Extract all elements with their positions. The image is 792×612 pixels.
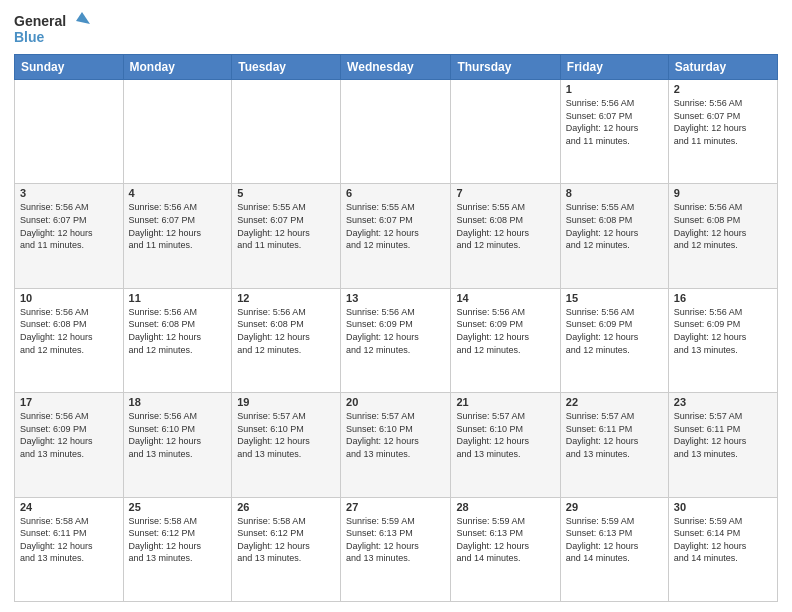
day-number: 15 [566, 292, 663, 304]
day-number: 30 [674, 501, 772, 513]
day-number: 25 [129, 501, 227, 513]
day-info: Sunrise: 5:55 AM Sunset: 6:08 PM Dayligh… [566, 201, 663, 251]
calendar-cell: 9Sunrise: 5:56 AM Sunset: 6:08 PM Daylig… [668, 184, 777, 288]
day-info: Sunrise: 5:56 AM Sunset: 6:07 PM Dayligh… [129, 201, 227, 251]
day-info: Sunrise: 5:55 AM Sunset: 6:07 PM Dayligh… [346, 201, 445, 251]
day-number: 26 [237, 501, 335, 513]
calendar-cell: 26Sunrise: 5:58 AM Sunset: 6:12 PM Dayli… [232, 497, 341, 601]
day-number: 3 [20, 187, 118, 199]
calendar-day-header: Sunday [15, 55, 124, 80]
day-number: 12 [237, 292, 335, 304]
day-number: 5 [237, 187, 335, 199]
calendar-cell: 18Sunrise: 5:56 AM Sunset: 6:10 PM Dayli… [123, 393, 232, 497]
day-number: 4 [129, 187, 227, 199]
calendar-day-header: Friday [560, 55, 668, 80]
day-info: Sunrise: 5:56 AM Sunset: 6:09 PM Dayligh… [20, 410, 118, 460]
calendar-day-header: Saturday [668, 55, 777, 80]
day-info: Sunrise: 5:56 AM Sunset: 6:08 PM Dayligh… [674, 201, 772, 251]
calendar-cell: 13Sunrise: 5:56 AM Sunset: 6:09 PM Dayli… [341, 288, 451, 392]
day-info: Sunrise: 5:56 AM Sunset: 6:10 PM Dayligh… [129, 410, 227, 460]
calendar-week-row: 3Sunrise: 5:56 AM Sunset: 6:07 PM Daylig… [15, 184, 778, 288]
calendar-cell: 16Sunrise: 5:56 AM Sunset: 6:09 PM Dayli… [668, 288, 777, 392]
calendar-table: SundayMondayTuesdayWednesdayThursdayFrid… [14, 54, 778, 602]
calendar-cell: 8Sunrise: 5:55 AM Sunset: 6:08 PM Daylig… [560, 184, 668, 288]
header: General Blue [14, 10, 778, 48]
day-number: 7 [456, 187, 554, 199]
day-number: 22 [566, 396, 663, 408]
calendar-cell: 4Sunrise: 5:56 AM Sunset: 6:07 PM Daylig… [123, 184, 232, 288]
day-info: Sunrise: 5:56 AM Sunset: 6:08 PM Dayligh… [129, 306, 227, 356]
calendar-day-header: Monday [123, 55, 232, 80]
calendar-day-header: Tuesday [232, 55, 341, 80]
day-info: Sunrise: 5:57 AM Sunset: 6:11 PM Dayligh… [674, 410, 772, 460]
calendar-cell [15, 80, 124, 184]
day-info: Sunrise: 5:56 AM Sunset: 6:08 PM Dayligh… [237, 306, 335, 356]
day-info: Sunrise: 5:57 AM Sunset: 6:10 PM Dayligh… [456, 410, 554, 460]
day-number: 1 [566, 83, 663, 95]
day-number: 9 [674, 187, 772, 199]
day-info: Sunrise: 5:58 AM Sunset: 6:12 PM Dayligh… [129, 515, 227, 565]
svg-marker-2 [76, 12, 90, 24]
calendar-cell: 19Sunrise: 5:57 AM Sunset: 6:10 PM Dayli… [232, 393, 341, 497]
calendar-day-header: Thursday [451, 55, 560, 80]
calendar-cell: 6Sunrise: 5:55 AM Sunset: 6:07 PM Daylig… [341, 184, 451, 288]
calendar-cell [123, 80, 232, 184]
calendar-week-row: 10Sunrise: 5:56 AM Sunset: 6:08 PM Dayli… [15, 288, 778, 392]
calendar-cell: 12Sunrise: 5:56 AM Sunset: 6:08 PM Dayli… [232, 288, 341, 392]
calendar-cell [451, 80, 560, 184]
page: General Blue SundayMondayTuesdayWednesda… [0, 0, 792, 612]
day-number: 24 [20, 501, 118, 513]
day-info: Sunrise: 5:56 AM Sunset: 6:09 PM Dayligh… [346, 306, 445, 356]
logo-svg: General Blue [14, 10, 94, 48]
day-number: 10 [20, 292, 118, 304]
day-number: 14 [456, 292, 554, 304]
calendar-day-header: Wednesday [341, 55, 451, 80]
calendar-cell: 20Sunrise: 5:57 AM Sunset: 6:10 PM Dayli… [341, 393, 451, 497]
logo: General Blue [14, 10, 94, 48]
calendar-cell: 11Sunrise: 5:56 AM Sunset: 6:08 PM Dayli… [123, 288, 232, 392]
svg-text:General: General [14, 13, 66, 29]
day-number: 6 [346, 187, 445, 199]
day-info: Sunrise: 5:56 AM Sunset: 6:09 PM Dayligh… [674, 306, 772, 356]
calendar-cell: 23Sunrise: 5:57 AM Sunset: 6:11 PM Dayli… [668, 393, 777, 497]
day-number: 28 [456, 501, 554, 513]
day-info: Sunrise: 5:58 AM Sunset: 6:12 PM Dayligh… [237, 515, 335, 565]
calendar-cell: 22Sunrise: 5:57 AM Sunset: 6:11 PM Dayli… [560, 393, 668, 497]
day-info: Sunrise: 5:56 AM Sunset: 6:07 PM Dayligh… [674, 97, 772, 147]
calendar-cell: 15Sunrise: 5:56 AM Sunset: 6:09 PM Dayli… [560, 288, 668, 392]
day-info: Sunrise: 5:56 AM Sunset: 6:07 PM Dayligh… [20, 201, 118, 251]
svg-text:Blue: Blue [14, 29, 45, 45]
day-number: 23 [674, 396, 772, 408]
calendar-week-row: 24Sunrise: 5:58 AM Sunset: 6:11 PM Dayli… [15, 497, 778, 601]
calendar-cell: 21Sunrise: 5:57 AM Sunset: 6:10 PM Dayli… [451, 393, 560, 497]
calendar-cell: 3Sunrise: 5:56 AM Sunset: 6:07 PM Daylig… [15, 184, 124, 288]
calendar-cell: 14Sunrise: 5:56 AM Sunset: 6:09 PM Dayli… [451, 288, 560, 392]
day-number: 8 [566, 187, 663, 199]
day-number: 27 [346, 501, 445, 513]
day-info: Sunrise: 5:59 AM Sunset: 6:14 PM Dayligh… [674, 515, 772, 565]
day-info: Sunrise: 5:57 AM Sunset: 6:10 PM Dayligh… [237, 410, 335, 460]
day-info: Sunrise: 5:55 AM Sunset: 6:07 PM Dayligh… [237, 201, 335, 251]
day-info: Sunrise: 5:59 AM Sunset: 6:13 PM Dayligh… [456, 515, 554, 565]
day-info: Sunrise: 5:56 AM Sunset: 6:08 PM Dayligh… [20, 306, 118, 356]
day-number: 20 [346, 396, 445, 408]
day-number: 13 [346, 292, 445, 304]
day-info: Sunrise: 5:56 AM Sunset: 6:07 PM Dayligh… [566, 97, 663, 147]
day-info: Sunrise: 5:56 AM Sunset: 6:09 PM Dayligh… [566, 306, 663, 356]
day-info: Sunrise: 5:57 AM Sunset: 6:10 PM Dayligh… [346, 410, 445, 460]
calendar-cell: 28Sunrise: 5:59 AM Sunset: 6:13 PM Dayli… [451, 497, 560, 601]
calendar-cell: 7Sunrise: 5:55 AM Sunset: 6:08 PM Daylig… [451, 184, 560, 288]
calendar-cell: 29Sunrise: 5:59 AM Sunset: 6:13 PM Dayli… [560, 497, 668, 601]
day-number: 2 [674, 83, 772, 95]
calendar-week-row: 17Sunrise: 5:56 AM Sunset: 6:09 PM Dayli… [15, 393, 778, 497]
calendar-cell: 17Sunrise: 5:56 AM Sunset: 6:09 PM Dayli… [15, 393, 124, 497]
calendar-week-row: 1Sunrise: 5:56 AM Sunset: 6:07 PM Daylig… [15, 80, 778, 184]
day-info: Sunrise: 5:55 AM Sunset: 6:08 PM Dayligh… [456, 201, 554, 251]
calendar-cell: 27Sunrise: 5:59 AM Sunset: 6:13 PM Dayli… [341, 497, 451, 601]
calendar-cell: 2Sunrise: 5:56 AM Sunset: 6:07 PM Daylig… [668, 80, 777, 184]
calendar-cell: 1Sunrise: 5:56 AM Sunset: 6:07 PM Daylig… [560, 80, 668, 184]
day-info: Sunrise: 5:59 AM Sunset: 6:13 PM Dayligh… [566, 515, 663, 565]
day-number: 21 [456, 396, 554, 408]
calendar-cell: 25Sunrise: 5:58 AM Sunset: 6:12 PM Dayli… [123, 497, 232, 601]
day-number: 17 [20, 396, 118, 408]
